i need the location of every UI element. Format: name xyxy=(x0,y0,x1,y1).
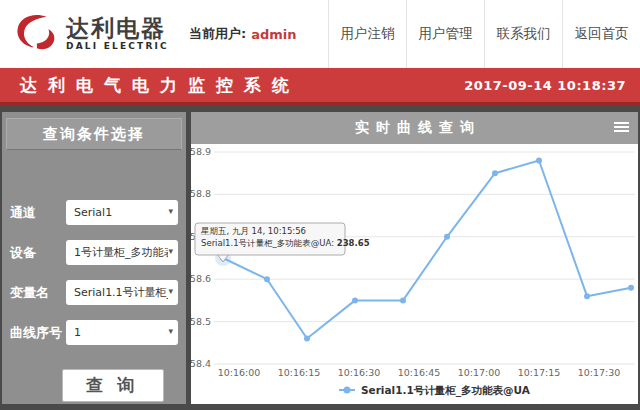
top-header: 达利电器 DALI ELECTRIC 当前用户: admin 用户注销 用户管理… xyxy=(0,0,640,68)
content-area: 查询条件选择 通道 Serial1 ▾ 设备 1号计量柜_多功能表 ▾ xyxy=(0,106,640,410)
chevron-down-icon: ▾ xyxy=(168,326,173,336)
curve-index-select[interactable]: 1 ▾ xyxy=(66,320,178,345)
chart-body: 258.9258.8258.7258.6258.5258.410:16:0010… xyxy=(191,144,638,404)
channel-label: 通道 xyxy=(10,204,36,222)
data-point[interactable] xyxy=(492,170,498,176)
data-point[interactable] xyxy=(304,336,310,342)
chart-panel-title: 实时曲线查询 xyxy=(348,119,481,137)
x-axis-label: 10:16:00 xyxy=(218,367,261,378)
chart-panel: 实时曲线查询 258.9258.8258.7258.6258.5258.410:… xyxy=(191,112,638,404)
device-select-value: 1号计量柜_多功能表 xyxy=(66,245,168,260)
brand-logo: 达利电器 DALI ELECTRIC xyxy=(0,0,169,68)
form-row-channel: 通道 Serial1 ▾ xyxy=(10,200,178,225)
x-axis-label: 10:16:45 xyxy=(398,367,441,378)
y-axis-label: 258.4 xyxy=(191,358,211,369)
variable-select-value: Serial1.1号计量柜_多 xyxy=(66,285,168,300)
device-label: 设备 xyxy=(10,244,36,262)
data-point[interactable] xyxy=(536,157,542,163)
tooltip-value-line: Serial1.1号计量柜_多功能表@UA: 238.65 xyxy=(201,238,370,248)
chart-menu-icon[interactable] xyxy=(614,122,629,134)
brand-name-en: DALI ELECTRIC xyxy=(66,42,169,51)
form-row-variable: 变量名 Serial1.1号计量柜_多 ▾ xyxy=(10,280,178,305)
x-axis-label: 10:16:15 xyxy=(278,367,321,378)
y-axis-label: 258.8 xyxy=(191,188,211,199)
y-axis-label: 258.9 xyxy=(191,146,211,157)
legend-marker-icon xyxy=(344,387,351,394)
y-axis-label: 258.5 xyxy=(191,316,211,327)
query-sidebar: 查询条件选择 通道 Serial1 ▾ 设备 1号计量柜_多功能表 ▾ xyxy=(2,112,186,404)
legend-label: Serial1.1号计量柜_多功能表@UA xyxy=(361,384,531,397)
data-point[interactable] xyxy=(400,297,406,303)
channel-select[interactable]: Serial1 ▾ xyxy=(66,200,178,225)
nav-item-home[interactable]: 返回首页 xyxy=(562,0,640,68)
chevron-down-icon: ▾ xyxy=(168,206,173,216)
x-axis-label: 10:17:00 xyxy=(458,367,501,378)
data-point[interactable] xyxy=(352,297,358,303)
variable-select[interactable]: Serial1.1号计量柜_多 ▾ xyxy=(66,280,178,305)
tooltip-header: 星期五, 九月 14, 10:15:56 xyxy=(201,226,306,236)
curve-index-select-value: 1 xyxy=(66,326,81,339)
query-form: 通道 Serial1 ▾ 设备 1号计量柜_多功能表 ▾ 变量名 xyxy=(2,200,186,402)
data-point[interactable] xyxy=(444,234,450,240)
form-row-device: 设备 1号计量柜_多功能表 ▾ xyxy=(10,240,178,265)
chevron-down-icon: ▾ xyxy=(168,246,173,256)
channel-select-value: Serial1 xyxy=(66,206,112,219)
app-window: 达利电器 DALI ELECTRIC 当前用户: admin 用户注销 用户管理… xyxy=(0,0,640,410)
chart-panel-header: 实时曲线查询 xyxy=(191,112,638,144)
x-axis-label: 10:17:15 xyxy=(518,367,561,378)
realtime-chart: 258.9258.8258.7258.6258.5258.410:16:0010… xyxy=(191,144,638,404)
current-user-label: 当前用户: xyxy=(189,25,246,43)
dali-logo-icon xyxy=(12,9,58,59)
x-axis-label: 10:16:30 xyxy=(338,367,381,378)
variable-label: 变量名 xyxy=(10,284,49,302)
query-button[interactable]: 查询 xyxy=(62,369,164,402)
chevron-down-icon: ▾ xyxy=(168,286,173,296)
data-point[interactable] xyxy=(628,285,634,291)
top-nav: 用户注销 用户管理 联系我们 返回首页 xyxy=(328,0,640,68)
current-user-value: admin xyxy=(251,27,296,42)
datetime: 2017-09-14 10:18:37 xyxy=(464,78,640,93)
form-row-curve-index: 曲线序号 1 ▾ xyxy=(10,320,178,345)
brand-name-cn: 达利电器 xyxy=(66,16,169,40)
chart-tooltip: 星期五, 九月 14, 10:15:56Serial1.1号计量柜_多功能表@U… xyxy=(195,223,370,262)
curve-index-label: 曲线序号 xyxy=(10,324,62,342)
x-axis-label: 10:17:30 xyxy=(578,367,621,378)
device-select[interactable]: 1号计量柜_多功能表 ▾ xyxy=(66,240,178,265)
nav-item-user-management[interactable]: 用户管理 xyxy=(406,0,484,68)
nav-item-contact-us[interactable]: 联系我们 xyxy=(484,0,562,68)
current-user: 当前用户: admin xyxy=(189,0,297,68)
y-axis-label: 258.6 xyxy=(191,273,211,284)
sidebar-title: 查询条件选择 xyxy=(6,118,182,150)
system-title: 达利电气电力监控系统 xyxy=(0,74,300,97)
data-point[interactable] xyxy=(584,293,590,299)
system-banner: 达利电气电力监控系统 2017-09-14 10:18:37 xyxy=(0,68,640,106)
legend-item[interactable]: Serial1.1号计量柜_多功能表@UA xyxy=(339,384,531,397)
nav-item-logout[interactable]: 用户注销 xyxy=(328,0,406,68)
data-point[interactable] xyxy=(264,276,270,282)
